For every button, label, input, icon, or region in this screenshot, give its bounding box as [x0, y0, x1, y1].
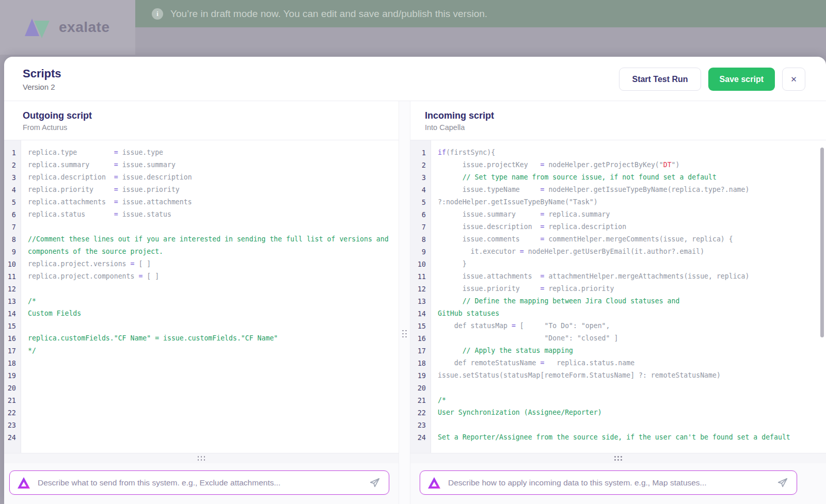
code-line[interactable]: replica.project.versions = [ ]: [28, 258, 399, 270]
code-line[interactable]: replica.status = issue.status: [28, 208, 399, 221]
code-line[interactable]: issue.attachments = attachmentHelper.mer…: [438, 270, 826, 283]
banner-text: You’re in draft mode now. You can edit a…: [170, 8, 487, 20]
line-numbers: 123456789101112131415161718192021222324: [410, 140, 431, 453]
line-number: 22: [410, 407, 431, 419]
drag-handle-icon: [614, 456, 623, 461]
outgoing-resize-handle[interactable]: [4, 453, 399, 463]
code-line[interactable]: if(firstSync){: [438, 147, 826, 159]
line-number: 17: [410, 345, 431, 357]
code-line[interactable]: replica.summary = issue.summary: [28, 159, 399, 171]
code-line[interactable]: issue.projectKey = nodeHelper.getProject…: [438, 159, 826, 171]
code-line[interactable]: [28, 320, 399, 332]
pane-splitter[interactable]: [399, 101, 410, 504]
version-label: Version 2: [23, 83, 61, 91]
modal-header: Scripts Version 2 Start Test Run Save sc…: [4, 57, 826, 101]
code-line[interactable]: [28, 369, 399, 382]
code-line[interactable]: Custom Fields: [28, 307, 399, 320]
code-line[interactable]: [28, 407, 399, 419]
code-line[interactable]: // Set type name from source issue, if n…: [438, 171, 826, 184]
line-number: 15: [4, 320, 21, 332]
incoming-resize-handle[interactable]: [410, 453, 826, 463]
incoming-title: Incoming script: [425, 110, 816, 121]
code-line[interactable]: [438, 419, 826, 431]
line-number: 7: [4, 221, 21, 233]
code-line[interactable]: ?:nodeHelper.getIssueTypeByName("Task"): [438, 196, 826, 208]
incoming-ai-prompt-bar[interactable]: [420, 470, 797, 495]
code-lines[interactable]: if(firstSync){ issue.projectKey = nodeHe…: [431, 140, 826, 453]
code-line[interactable]: components of the source project.: [28, 246, 399, 258]
code-line[interactable]: replica.project.components = [ ]: [28, 270, 399, 283]
incoming-send-button[interactable]: [777, 477, 788, 489]
line-number: 11: [4, 270, 21, 283]
code-line[interactable]: replica.type = issue.type: [28, 147, 399, 159]
code-line[interactable]: /*: [438, 394, 826, 407]
close-button[interactable]: ✕: [782, 68, 805, 91]
scrollbar-thumb[interactable]: [820, 148, 824, 337]
code-line[interactable]: [28, 431, 399, 444]
outgoing-prompt-input[interactable]: [38, 478, 362, 487]
code-line[interactable]: it.executor = nodeHelper.getUserByEmail(…: [438, 246, 826, 258]
line-number: 2: [410, 159, 431, 171]
outgoing-prompt-area: [4, 463, 399, 504]
code-line[interactable]: replica.priority = issue.priority: [28, 184, 399, 196]
code-line[interactable]: [28, 283, 399, 295]
code-line[interactable]: issue.typeName = nodeHelper.getIssueType…: [438, 184, 826, 196]
line-number: 2: [4, 159, 21, 171]
code-line[interactable]: User Synchronization (Assignee/Reporter): [438, 407, 826, 419]
line-number: 6: [4, 208, 21, 221]
code-line[interactable]: [438, 382, 826, 394]
outgoing-code-editor[interactable]: 123456789101112131415161718192021222324 …: [4, 140, 399, 453]
line-number: 17: [4, 345, 21, 357]
code-line[interactable]: GitHub statuses: [438, 307, 826, 320]
line-number: 11: [410, 270, 431, 283]
line-number: 12: [4, 283, 21, 295]
code-line[interactable]: [28, 394, 399, 407]
line-number: 13: [410, 295, 431, 307]
incoming-prompt-input[interactable]: [448, 478, 770, 487]
start-test-run-button[interactable]: Start Test Run: [619, 68, 701, 91]
outgoing-ai-prompt-bar[interactable]: [9, 470, 389, 495]
outgoing-send-button[interactable]: [369, 477, 380, 489]
code-line[interactable]: issue.description = replica.description: [438, 221, 826, 233]
app-logo-area: exalate: [0, 0, 135, 55]
line-number: 10: [4, 258, 21, 270]
code-line[interactable]: // Define the mapping between Jira Cloud…: [438, 295, 826, 307]
incoming-code-editor[interactable]: 123456789101112131415161718192021222324 …: [410, 140, 826, 453]
outgoing-subtitle: From Acturus: [23, 123, 388, 132]
save-script-button[interactable]: Save script: [708, 68, 775, 91]
line-number: 1: [4, 147, 21, 159]
code-line[interactable]: [28, 419, 399, 431]
line-number: 21: [4, 394, 21, 407]
code-line[interactable]: def statusMap = [ "To Do": "open",: [438, 320, 826, 332]
code-line[interactable]: def remoteStatusName = replica.status.na…: [438, 357, 826, 369]
outgoing-title: Outgoing script: [23, 110, 388, 121]
code-line[interactable]: issue.priority = replica.priority: [438, 283, 826, 295]
line-number: 23: [410, 419, 431, 431]
code-line[interactable]: [28, 221, 399, 233]
incoming-pane-header: Incoming script Into Capella: [410, 101, 826, 140]
incoming-pane: Incoming script Into Capella 12345678910…: [410, 101, 826, 504]
code-line[interactable]: replica.attachments = issue.attachments: [28, 196, 399, 208]
line-number: 24: [4, 431, 21, 444]
code-line[interactable]: issue.summary = replica.summary: [438, 208, 826, 221]
code-line[interactable]: [28, 357, 399, 369]
code-line[interactable]: /*: [28, 295, 399, 307]
code-line[interactable]: issue.setStatus(statusMap[remoteForm.Sta…: [438, 369, 826, 382]
code-line[interactable]: Set a Reporter/Assignee from the source …: [438, 431, 826, 444]
line-number: 5: [4, 196, 21, 208]
line-number: 19: [4, 369, 21, 382]
line-number: 16: [4, 332, 21, 345]
line-number: 3: [410, 171, 431, 184]
code-line[interactable]: issue.comments = commentHelper.mergeComm…: [438, 233, 826, 246]
code-line[interactable]: replica.customFields."CF Name" = issue.c…: [28, 332, 399, 345]
code-line[interactable]: "Done": "closed" ]: [438, 332, 826, 345]
code-line[interactable]: }: [438, 258, 826, 270]
line-number: 18: [4, 357, 21, 369]
code-line[interactable]: */: [28, 345, 399, 357]
code-line[interactable]: [28, 382, 399, 394]
code-line[interactable]: replica.description = issue.description: [28, 171, 399, 184]
code-lines[interactable]: replica.type = issue.typereplica.summary…: [21, 140, 399, 453]
code-line[interactable]: // Apply the status mapping: [438, 345, 826, 357]
line-number: 19: [410, 369, 431, 382]
code-line[interactable]: //Comment these lines out if you are int…: [28, 233, 399, 246]
